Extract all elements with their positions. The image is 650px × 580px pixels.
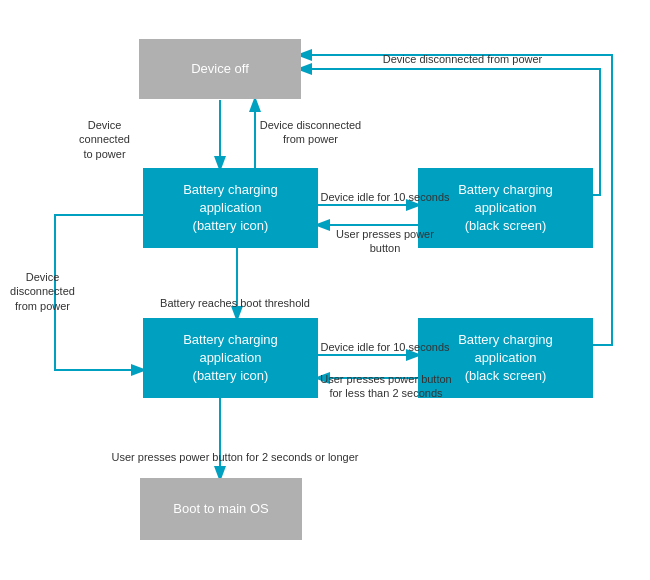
device-off-label: Device off [191, 60, 249, 78]
label-idle-10s-bottom: Device idle for 10 seconds [320, 340, 450, 354]
battery-charging-top-right-label: Battery chargingapplication(black screen… [458, 181, 553, 236]
arrows-svg [0, 0, 650, 580]
battery-charging-bottom-right-label: Battery chargingapplication(black screen… [458, 331, 553, 386]
label-user-power-top: User presses power button [320, 227, 450, 256]
label-connected-power: Device connectedto power [62, 118, 147, 161]
label-disconnected-left: Device disconnectedfrom power [0, 270, 85, 313]
battery-charging-top-left-label: Battery chargingapplication(battery icon… [183, 181, 278, 236]
battery-charging-bottom-left-box: Battery chargingapplication(battery icon… [143, 318, 318, 398]
device-off-box: Device off [139, 39, 301, 99]
label-disconnected-top: Device disconnectedfrom power [258, 118, 363, 147]
battery-charging-bottom-left-label: Battery chargingapplication(battery icon… [183, 331, 278, 386]
boot-to-main-os-box: Boot to main OS [140, 478, 302, 540]
label-user-power-bottom: User presses power buttonfor less than 2… [316, 372, 456, 401]
label-idle-10s-top: Device idle for 10 seconds [320, 190, 450, 204]
label-battery-threshold: Battery reaches boot threshold [155, 296, 315, 310]
label-disconnected-right: Device disconnected from power [370, 52, 555, 66]
battery-charging-top-left-box: Battery chargingapplication(battery icon… [143, 168, 318, 248]
label-power-2s: User presses power button for 2 seconds … [110, 450, 360, 464]
boot-to-main-os-label: Boot to main OS [173, 500, 268, 518]
diagram: Device off Battery chargingapplication(b… [0, 0, 650, 580]
